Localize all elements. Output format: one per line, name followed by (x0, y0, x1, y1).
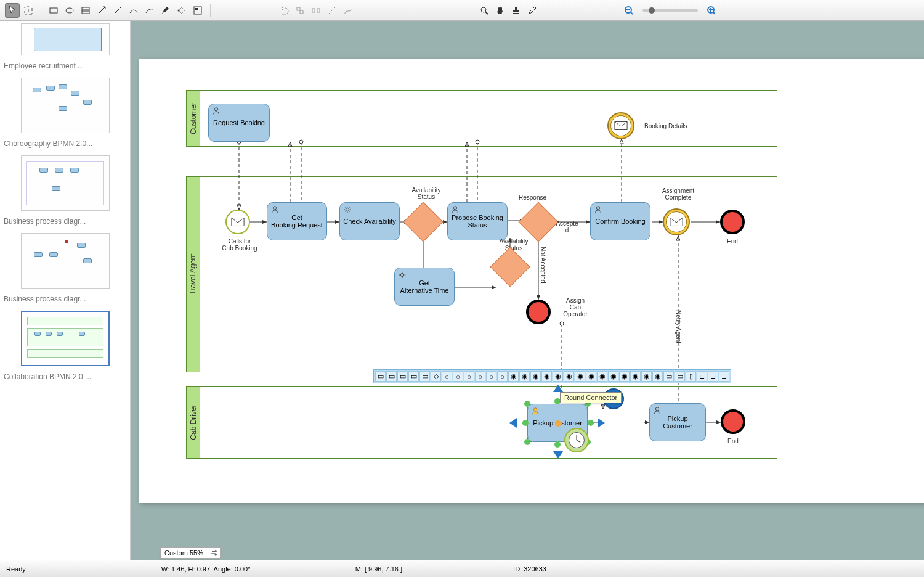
edit-shape-tool[interactable] (174, 3, 189, 18)
event-calls-for-cab[interactable] (225, 210, 250, 234)
distribute-tool[interactable] (309, 3, 323, 18)
main-toolbar: T (0, 0, 924, 21)
shape-option[interactable]: ○ (486, 371, 496, 382)
task-get-alternative[interactable]: Get Alternative Time (394, 268, 455, 306)
shape-option[interactable]: ▭ (408, 371, 419, 382)
handle-arrow-right[interactable] (598, 418, 605, 428)
shape-option[interactable]: ◉ (541, 371, 552, 382)
shape-option[interactable]: ▭ (419, 371, 430, 382)
shape-option[interactable]: ○ (453, 371, 463, 382)
zoom-in-button[interactable] (704, 3, 719, 18)
shape-option[interactable]: ▭ (397, 371, 408, 382)
shape-option[interactable]: ◉ (530, 371, 541, 382)
page-thumb-0[interactable] (21, 23, 110, 55)
zoom-window-tool[interactable] (477, 3, 492, 18)
shape-option[interactable]: ▭ (375, 371, 386, 382)
shape-option[interactable]: ▯ (686, 371, 696, 382)
shape-option[interactable]: ⊏ (697, 371, 707, 382)
svg-line-16 (485, 12, 488, 14)
envelope-icon (670, 217, 683, 227)
shape-option[interactable]: ◉ (553, 371, 563, 382)
zoom-slider[interactable] (642, 9, 698, 12)
shape-option[interactable]: ⊐ (708, 371, 718, 382)
label-booking-details: Booking Details (644, 123, 687, 129)
rect-tool[interactable] (46, 3, 61, 18)
status-mouse: M: [ 9.96, 7.16 ] (355, 565, 402, 573)
task-request-booking[interactable]: Request Booking (208, 104, 270, 142)
event-end-agent[interactable] (720, 210, 745, 234)
shape-option[interactable]: ◇ (431, 371, 441, 382)
rapid-draw-bar[interactable]: ▭▭▭▭▭◇○○○○○○◉◉◉◉◉◉◉◉◉◉◉◉◉◉▭▭▯⊏⊐⊐ (373, 369, 731, 383)
shape-option[interactable]: ○ (475, 371, 485, 382)
pages-sidebar: Employee recruitment ... Choreography BP… (0, 21, 131, 560)
undo-tool[interactable] (277, 3, 291, 18)
user-icon (531, 407, 540, 415)
shape-option[interactable]: ◉ (519, 371, 530, 382)
pool-customer[interactable]: Customer (186, 90, 777, 147)
handle-arrow-up[interactable] (553, 385, 563, 392)
label-response: Response (519, 194, 546, 201)
shape-option[interactable]: ○ (442, 371, 452, 382)
event-end-reject[interactable] (526, 300, 551, 324)
shape-option[interactable]: ▭ (386, 371, 397, 382)
task-propose-booking[interactable]: Propose Booking Status (447, 202, 508, 240)
shape-option[interactable]: ◉ (508, 371, 519, 382)
line-tool[interactable] (110, 3, 125, 18)
canvas[interactable]: Customer Travel Agent Cab Driver (131, 21, 924, 560)
task-label: Check Availability (343, 218, 395, 225)
shape-option[interactable]: ◉ (564, 371, 574, 382)
svg-point-3 (66, 8, 73, 13)
stamp-tool[interactable] (509, 3, 524, 18)
envelope-icon (231, 217, 245, 227)
label-avail-status-2: Availability Status (495, 238, 532, 252)
text-tool[interactable]: T (21, 3, 36, 18)
page-thumb-2[interactable] (21, 155, 110, 211)
curve-tool[interactable] (126, 3, 141, 18)
event-assignment-complete[interactable] (663, 208, 690, 235)
gear-icon (398, 271, 407, 279)
svg-line-7 (114, 7, 121, 14)
shape-option[interactable]: ○ (464, 371, 474, 382)
ellipse-tool[interactable] (62, 3, 77, 18)
link-tool[interactable] (325, 3, 339, 18)
align-tool[interactable] (293, 3, 307, 18)
table-tool[interactable] (78, 3, 93, 18)
handle-arrow-left[interactable] (509, 418, 517, 428)
event-end-driver[interactable] (721, 409, 745, 434)
connector-tool[interactable] (94, 3, 109, 18)
page-thumb-1[interactable] (21, 78, 110, 133)
shape-option[interactable]: ◉ (586, 371, 596, 382)
arc-tool[interactable] (142, 3, 157, 18)
eyedropper-tool[interactable] (525, 3, 540, 18)
event-timer[interactable] (564, 428, 589, 452)
shape-option[interactable]: ◉ (641, 371, 652, 382)
library-tool[interactable] (190, 3, 205, 18)
task-check-availability[interactable]: Check Availability (339, 202, 400, 240)
page-thumb-4[interactable] (21, 311, 110, 366)
zoom-combo[interactable]: Custom 55%▴▾ (160, 547, 221, 559)
task-get-booking-request[interactable]: Get Booking Request (267, 202, 327, 240)
shape-option[interactable]: ▭ (663, 371, 674, 382)
route-tool[interactable] (341, 3, 355, 18)
pan-tool[interactable] (493, 3, 508, 18)
handle-arrow-down[interactable] (553, 451, 563, 459)
shape-option[interactable]: ◉ (608, 371, 618, 382)
shape-option[interactable]: ▭ (675, 371, 685, 382)
shape-option[interactable]: ◉ (597, 371, 607, 382)
shape-option[interactable]: ◉ (575, 371, 585, 382)
shape-option[interactable]: ⊐ (719, 371, 729, 382)
svg-point-47 (346, 208, 349, 211)
pointer-tool[interactable] (5, 3, 20, 18)
shape-option[interactable]: ○ (497, 371, 508, 382)
shape-option[interactable]: ◉ (619, 371, 630, 382)
svg-rect-10 (195, 8, 198, 10)
zoom-out-button[interactable] (622, 3, 636, 18)
task-pickup-customer-2[interactable]: Pickup Customer (649, 403, 706, 441)
event-booking-details[interactable] (607, 112, 634, 139)
shape-option[interactable]: ◉ (652, 371, 663, 382)
task-label: Get Booking Request (271, 214, 323, 229)
task-confirm-booking[interactable]: Confirm Booking (590, 202, 650, 240)
shape-option[interactable]: ◉ (630, 371, 641, 382)
pen-tool[interactable] (158, 3, 173, 18)
page-thumb-3[interactable] (21, 233, 110, 288)
